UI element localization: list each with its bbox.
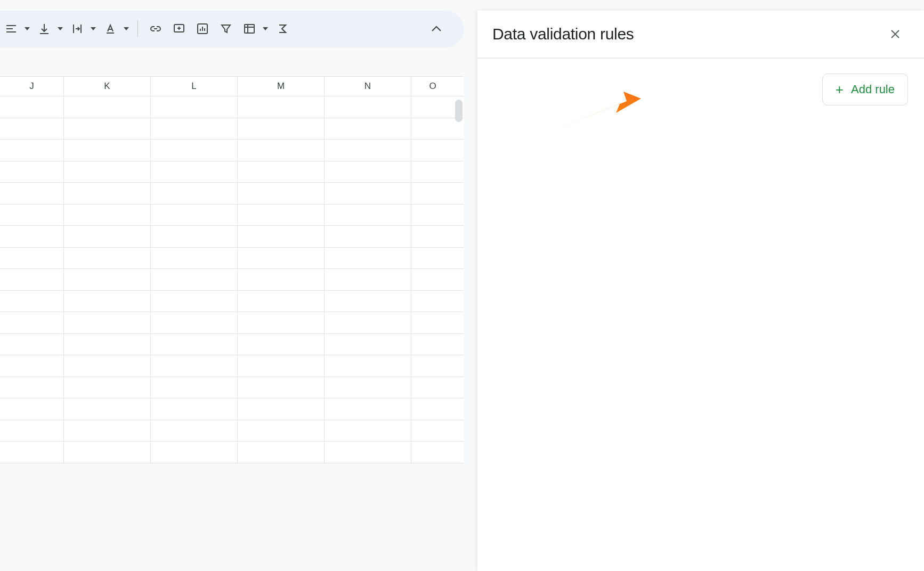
grid-cell[interactable] <box>325 140 411 161</box>
grid-cell[interactable] <box>411 334 454 355</box>
grid-cell[interactable] <box>0 140 64 161</box>
grid-cell[interactable] <box>0 420 64 442</box>
grid-cell[interactable] <box>64 355 151 377</box>
grid-cell[interactable] <box>411 161 454 183</box>
grid-cell[interactable] <box>411 442 454 463</box>
scrollbar-thumb[interactable] <box>455 100 463 122</box>
align-dropdown[interactable] <box>22 27 32 30</box>
filter-views-dropdown[interactable] <box>261 27 270 30</box>
grid-cell[interactable] <box>64 248 151 269</box>
grid-cell[interactable] <box>325 291 411 312</box>
wrap-dropdown[interactable] <box>88 27 98 30</box>
grid-cell[interactable] <box>325 118 411 140</box>
grid-cell[interactable] <box>64 118 151 140</box>
grid-cell[interactable] <box>0 183 64 204</box>
grid-cell[interactable] <box>238 334 325 355</box>
grid-cell[interactable] <box>325 269 411 290</box>
grid-cell[interactable] <box>0 398 64 420</box>
grid-cell[interactable] <box>151 205 238 226</box>
grid-cell[interactable] <box>238 355 325 377</box>
grid-cell[interactable] <box>64 312 151 333</box>
align-button[interactable] <box>0 18 22 40</box>
grid-cell[interactable] <box>238 96 325 118</box>
grid-cell[interactable] <box>238 420 325 442</box>
grid-cell[interactable] <box>64 334 151 355</box>
grid-cell[interactable] <box>151 118 238 140</box>
grid-cell[interactable] <box>411 248 454 269</box>
grid-cell[interactable] <box>411 226 454 247</box>
grid-cell[interactable] <box>151 96 238 118</box>
column-header[interactable]: L <box>151 77 238 96</box>
grid-cell[interactable] <box>411 377 454 398</box>
grid-cell[interactable] <box>64 96 151 118</box>
grid-cell[interactable] <box>151 161 238 183</box>
grid-cell[interactable] <box>325 334 411 355</box>
grid-cell[interactable] <box>238 291 325 312</box>
collapse-toolbar-button[interactable] <box>425 18 448 40</box>
valign-button[interactable] <box>33 18 55 40</box>
grid-cell[interactable] <box>64 226 151 247</box>
column-header[interactable]: N <box>325 77 411 96</box>
grid-cell[interactable] <box>411 269 454 290</box>
grid-cell[interactable] <box>325 205 411 226</box>
grid-cell[interactable] <box>411 140 454 161</box>
grid-cell[interactable] <box>64 291 151 312</box>
valign-dropdown[interactable] <box>55 27 65 30</box>
grid-cell[interactable] <box>64 161 151 183</box>
grid-cell[interactable] <box>151 269 238 290</box>
grid-cell[interactable] <box>411 118 454 140</box>
grid-cell[interactable] <box>64 140 151 161</box>
grid-cell[interactable] <box>151 420 238 442</box>
grid-cell[interactable] <box>238 442 325 463</box>
grid-cell[interactable] <box>64 205 151 226</box>
grid-cell[interactable] <box>0 334 64 355</box>
grid-cell[interactable] <box>411 312 454 333</box>
insert-chart-button[interactable] <box>191 18 214 40</box>
grid-cell[interactable] <box>151 355 238 377</box>
grid-cell[interactable] <box>0 312 64 333</box>
grid-cell[interactable] <box>325 248 411 269</box>
grid-cell[interactable] <box>238 377 325 398</box>
filter-button[interactable] <box>215 18 237 40</box>
grid-cell[interactable] <box>151 183 238 204</box>
grid-cell[interactable] <box>325 420 411 442</box>
grid-cell[interactable] <box>151 226 238 247</box>
grid-cell[interactable] <box>151 398 238 420</box>
add-rule-button[interactable]: + Add rule <box>822 74 908 105</box>
grid-cell[interactable] <box>0 355 64 377</box>
column-header[interactable]: M <box>238 77 325 96</box>
grid-cell[interactable] <box>151 291 238 312</box>
grid-cell[interactable] <box>411 183 454 204</box>
grid-cell[interactable] <box>0 118 64 140</box>
close-panel-button[interactable] <box>886 25 905 44</box>
wrap-button[interactable] <box>66 18 88 40</box>
grid-cell[interactable] <box>64 442 151 463</box>
grid-cell[interactable] <box>238 118 325 140</box>
grid-cell[interactable] <box>325 398 411 420</box>
rotation-dropdown[interactable] <box>121 27 131 30</box>
grid-cell[interactable] <box>325 377 411 398</box>
grid-cell[interactable] <box>64 377 151 398</box>
grid-cell[interactable] <box>325 96 411 118</box>
column-header[interactable]: O <box>411 77 454 96</box>
grid-cell[interactable] <box>151 312 238 333</box>
text-rotation-button[interactable] <box>99 18 121 40</box>
functions-button[interactable] <box>271 18 294 40</box>
grid-cell[interactable] <box>238 269 325 290</box>
grid-cell[interactable] <box>64 420 151 442</box>
grid-cell[interactable] <box>0 161 64 183</box>
grid-cell[interactable] <box>151 334 238 355</box>
grid-cell[interactable] <box>238 248 325 269</box>
grid-cell[interactable] <box>325 183 411 204</box>
column-header[interactable]: J <box>0 77 64 96</box>
insert-link-button[interactable] <box>144 18 167 40</box>
grid-cell[interactable] <box>411 398 454 420</box>
grid-cell[interactable] <box>0 226 64 247</box>
grid-cell[interactable] <box>64 183 151 204</box>
grid-cell[interactable] <box>238 205 325 226</box>
grid-cell[interactable] <box>411 355 454 377</box>
grid-cell[interactable] <box>151 140 238 161</box>
grid-cell[interactable] <box>0 377 64 398</box>
grid-cell[interactable] <box>238 140 325 161</box>
grid-cell[interactable] <box>411 420 454 442</box>
